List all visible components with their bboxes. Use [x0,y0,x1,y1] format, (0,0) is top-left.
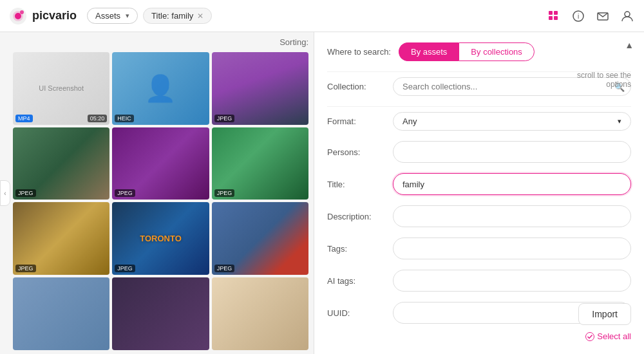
thumb-1-duration: 05:20 [88,115,108,122]
tab-title-family-label: Title: family [151,11,193,21]
tags-label: Tags: [327,244,385,254]
gallery-header: Sorting: [13,37,308,47]
thumb-2-format-badge: HEIC [115,115,134,122]
select-all-link[interactable]: Select all [585,331,631,341]
bottom-actions: Import Select all [578,303,631,341]
where-to-search-row: Where to search: By assets By collection… [327,42,631,61]
title-label: Title: [327,180,385,189]
thumb-2-inner: 👤 [112,52,209,125]
ai-tags-input[interactable] [393,270,631,292]
thumb-5-format-badge: JPEG [115,189,135,197]
tab-title-family[interactable]: Title: family ✕ [143,8,212,24]
thumb-7-format-badge: JPEG [15,265,36,272]
format-label: Format: [327,116,385,126]
svg-point-13 [586,332,594,340]
svg-point-12 [625,12,630,17]
topbar-right: i [545,7,636,25]
format-select-wrap: Any ▾ [393,112,631,131]
tab-assets-dropdown-icon: ▾ [126,12,129,20]
thumb-3-inner [212,52,308,125]
svg-point-3 [15,13,21,19]
thumbnail-2[interactable]: 👤 HEIC [112,52,209,125]
logo-text: picvario [32,9,77,23]
gallery-panel: Sorting: UI Screenshot MP4 05:20 👤 HEIC [0,32,314,354]
search-panel: ▲ Where to search: By assets By collecti… [314,32,644,354]
format-row: Format: Any ▾ [327,112,631,131]
thumb-6-format-badge: JPEG [214,189,235,197]
chevron-left-icon: ‹ [4,190,6,197]
svg-rect-8 [554,16,558,20]
thumbnail-5[interactable]: JPEG [112,127,209,200]
mail-icon[interactable] [594,7,612,25]
search-panel-collapse-button[interactable]: ▲ [625,40,634,50]
persons-row: Persons: [327,141,631,163]
format-value: Any [402,116,417,126]
thumbnail-3[interactable]: JPEG [212,52,308,125]
title-input[interactable] [393,173,631,195]
tab-assets-label: Assets [95,11,120,21]
svg-rect-5 [549,11,553,15]
description-input[interactable] [393,205,631,227]
grid-icon[interactable] [545,7,563,25]
thumbnail-1[interactable]: UI Screenshot MP4 05:20 [13,52,109,125]
right-panel: ▲ Where to search: By assets By collecti… [314,32,644,354]
scroll-hint: scroll to see the options [567,71,631,89]
thumbnail-8[interactable]: TORONTO JPEG [112,202,209,275]
ai-tags-row: AI tags: [327,270,631,292]
info-icon[interactable]: i [569,7,587,25]
persons-label: Persons: [327,147,385,157]
topbar: picvario Assets ▾ Title: family ✕ i [0,0,644,32]
format-chevron-icon: ▾ [618,117,621,126]
tab-assets[interactable]: Assets ▾ [87,8,138,24]
thumbnail-4[interactable]: JPEG [13,127,109,200]
where-to-search-label: Where to search: [327,47,391,57]
tags-input[interactable] [393,238,631,259]
thumb-4-format-badge: JPEG [15,189,36,197]
by-collections-button[interactable]: By collections [459,42,534,61]
thumbnail-9[interactable]: JPEG [212,202,308,275]
title-row: Title: [327,173,631,195]
description-row: Description: [327,205,631,227]
uuid-label: UUID: [327,308,385,318]
user-icon[interactable] [618,7,636,25]
svg-text:i: i [578,13,579,20]
description-label: Description: [327,212,385,221]
logo: picvario [8,6,77,26]
thumbnail-7[interactable]: JPEG [13,202,109,275]
svg-point-4 [20,10,24,14]
by-assets-button[interactable]: By assets [399,42,459,61]
thumb-9-format-badge: JPEG [214,265,235,272]
collection-label: Collection: [327,82,385,91]
persons-input[interactable] [393,141,631,163]
tab-title-family-close-icon[interactable]: ✕ [197,12,204,21]
thumb-1-format-badge: MP4 [15,115,33,122]
tags-row: Tags: [327,238,631,259]
thumbnail-11[interactable] [112,277,209,350]
thumbnail-6[interactable]: JPEG [212,127,308,200]
gallery-grid: UI Screenshot MP4 05:20 👤 HEIC JPEG JPEG [13,52,308,350]
thumbnail-10[interactable] [13,277,109,350]
ai-tags-label: AI tags: [327,276,385,286]
main-layout: ‹ Sorting: UI Screenshot MP4 05:20 👤 HEI… [0,32,644,354]
search-type-toggle: By assets By collections [399,42,631,61]
scroll-hint-text: scroll to see the options [577,71,631,89]
divider-2 [327,106,631,107]
svg-rect-7 [549,16,553,20]
thumbnail-12[interactable] [212,277,308,350]
svg-rect-6 [554,11,558,15]
sidebar-toggle-button[interactable]: ‹ [0,180,10,206]
logo-icon [8,6,28,26]
thumb-3-format-badge: JPEG [214,115,235,122]
format-select[interactable]: Any ▾ [393,112,631,131]
thumb-1-inner: UI Screenshot [13,52,109,125]
sorting-label: Sorting: [279,37,308,47]
import-button[interactable]: Import [578,303,631,325]
thumb-8-format-badge: JPEG [115,265,135,272]
thumb-2-person: 👤 [144,73,176,104]
select-all-check-icon [585,332,594,341]
select-all-label: Select all [597,331,631,341]
